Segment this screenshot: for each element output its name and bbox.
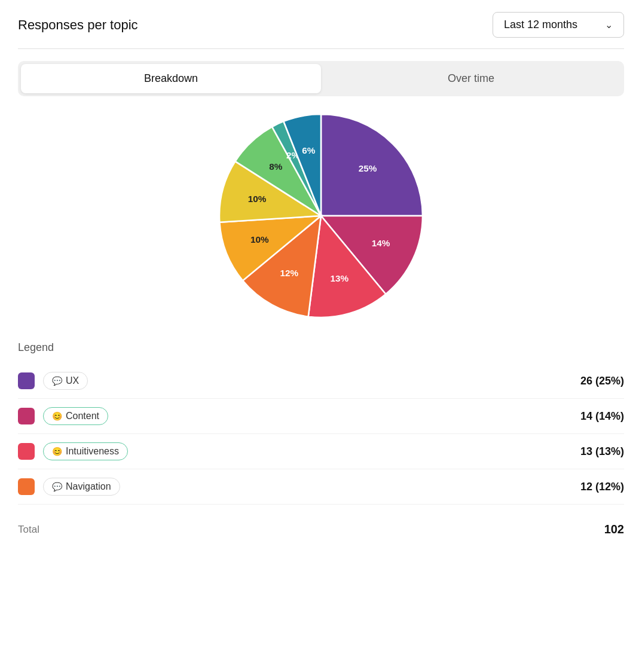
legend-color-swatch <box>18 408 35 424</box>
total-label: Total <box>18 524 39 536</box>
list-item: 💬Navigation12 (12%) <box>18 469 624 505</box>
pie-chart: 25%14%13%12%10%10%8%2%6% <box>219 114 423 317</box>
svg-text:12%: 12% <box>280 268 298 278</box>
view-tabs: Breakdown Over time <box>18 61 624 96</box>
legend-title: Legend <box>18 341 624 354</box>
time-range-dropdown[interactable]: Last 12 months ⌄ <box>493 12 624 38</box>
list-item: 😊Intuitiveness13 (13%) <box>18 434 624 469</box>
legend-color-swatch <box>18 372 35 389</box>
svg-text:6%: 6% <box>302 145 316 155</box>
legend-color-swatch <box>18 478 35 495</box>
tag-icon: 💬 <box>52 376 62 386</box>
tag-icon: 😊 <box>52 411 62 421</box>
svg-text:14%: 14% <box>372 238 390 248</box>
legend-tag[interactable]: 😊Intuitiveness <box>43 442 128 460</box>
svg-text:8%: 8% <box>269 161 283 172</box>
legend-item-value: 14 (14%) <box>580 410 624 423</box>
dropdown-label: Last 12 months <box>504 19 577 31</box>
chevron-down-icon: ⌄ <box>605 19 613 30</box>
page-title: Responses per topic <box>18 17 138 33</box>
svg-text:10%: 10% <box>248 194 267 204</box>
legend-tag[interactable]: 😊Content <box>43 407 108 425</box>
legend-items: 💬UX26 (25%)😊Content14 (14%)😊Intuitivenes… <box>18 364 624 505</box>
legend-item-value: 12 (12%) <box>580 481 624 493</box>
legend-color-swatch <box>18 443 35 460</box>
svg-text:10%: 10% <box>250 234 269 245</box>
tag-label: Navigation <box>66 481 111 492</box>
svg-text:25%: 25% <box>359 163 377 173</box>
legend-item-value: 26 (25%) <box>580 375 624 387</box>
legend-tag[interactable]: 💬UX <box>43 372 88 390</box>
total-row: Total 102 <box>18 517 624 536</box>
tag-icon: 💬 <box>52 482 62 491</box>
tag-label: Content <box>66 411 99 421</box>
tab-breakdown[interactable]: Breakdown <box>21 64 321 93</box>
total-value: 102 <box>604 523 624 536</box>
legend-tag[interactable]: 💬Navigation <box>43 478 120 496</box>
pie-chart-container: 25%14%13%12%10%10%8%2%6% <box>18 114 624 317</box>
tag-icon: 😊 <box>52 447 62 456</box>
tag-label: Intuitiveness <box>66 446 119 457</box>
tab-over-time[interactable]: Over time <box>321 64 621 93</box>
legend-item-value: 13 (13%) <box>580 445 624 458</box>
page-header: Responses per topic Last 12 months ⌄ <box>18 12 624 49</box>
legend-section: Legend 💬UX26 (25%)😊Content14 (14%)😊Intui… <box>18 341 624 505</box>
tag-label: UX <box>66 375 79 386</box>
list-item: 💬UX26 (25%) <box>18 364 624 399</box>
svg-text:13%: 13% <box>331 273 349 283</box>
list-item: 😊Content14 (14%) <box>18 399 624 434</box>
